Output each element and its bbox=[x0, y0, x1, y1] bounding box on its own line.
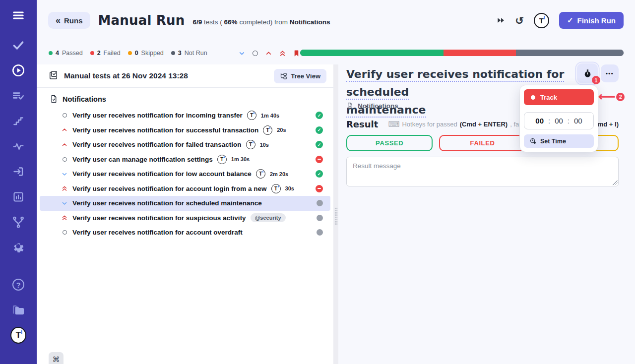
status-passed-icon: ✓ bbox=[316, 141, 323, 148]
hotkeys-hint: ⌨ Hotkeys for passed (Cmd + ENTER) , fai… bbox=[388, 121, 529, 128]
failed-dot-icon bbox=[90, 51, 94, 55]
legend-passed: 4Passed bbox=[49, 50, 83, 57]
legend-skipped: 0Skipped bbox=[128, 50, 164, 57]
priority-normal-icon bbox=[61, 113, 68, 118]
checklist-icon[interactable] bbox=[10, 88, 26, 103]
run-summary: 6/9 tests ( 66% completed) from Notifica… bbox=[193, 18, 330, 26]
progress-passed-segment bbox=[300, 50, 444, 56]
result-label: Result bbox=[346, 119, 378, 129]
tasks-check-icon[interactable] bbox=[10, 38, 26, 53]
page-title: Manual Run bbox=[98, 13, 185, 28]
chevron-down-icon[interactable] bbox=[239, 50, 245, 57]
steps-icon[interactable] bbox=[10, 114, 26, 128]
test-row[interactable]: Verify user receives notification for su… bbox=[40, 123, 330, 138]
test-row[interactable]: Verify user receives notification for su… bbox=[40, 211, 330, 226]
passed-button[interactable]: PASSED bbox=[346, 135, 433, 151]
automation-logo-icon: T bbox=[217, 155, 227, 164]
status-row: 4Passed 2Failed 0Skipped 3Not Run bbox=[49, 49, 624, 58]
analytics-icon[interactable] bbox=[10, 189, 26, 204]
help-icon[interactable]: ? bbox=[10, 277, 26, 292]
priority-urgent-icon bbox=[61, 214, 68, 221]
automation-logo-icon: T bbox=[247, 111, 256, 120]
settings-gear-icon[interactable] bbox=[10, 240, 26, 255]
automation-logo-icon: T bbox=[256, 169, 265, 179]
priority-high-icon bbox=[61, 127, 68, 133]
priority-low-icon bbox=[61, 171, 68, 177]
breadcrumb[interactable]: Notifications bbox=[346, 102, 398, 110]
projects-folder-icon[interactable] bbox=[10, 303, 26, 317]
priority-high-icon[interactable] bbox=[265, 50, 272, 57]
left-arrow-icon: ⟵ bbox=[598, 92, 615, 102]
more-options-button[interactable]: ••• bbox=[601, 64, 619, 82]
import-icon[interactable] bbox=[10, 164, 26, 179]
test-row[interactable]: Verify user receives notification for in… bbox=[40, 108, 330, 123]
progress-not-run-segment bbox=[516, 50, 624, 56]
check-icon: ✓ bbox=[567, 16, 573, 25]
test-row[interactable]: Verify user receives notification for fa… bbox=[40, 137, 330, 152]
status-passed-icon: ✓ bbox=[316, 126, 323, 134]
status-passed-icon: ✓ bbox=[316, 112, 323, 119]
test-list-panel: Manual tests at 26 Nov 2024 13:28 Tree V… bbox=[37, 64, 333, 364]
menu-icon[interactable] bbox=[10, 8, 26, 23]
fast-forward-icon[interactable] bbox=[497, 17, 505, 24]
priority-normal-icon[interactable] bbox=[253, 51, 258, 56]
automation-logo-icon: T bbox=[271, 184, 281, 193]
tree-view-icon bbox=[280, 72, 287, 80]
hotkeys-hint-tail: md + I) bbox=[596, 121, 619, 128]
run-checklist-icon bbox=[49, 70, 58, 82]
priority-urgent-icon[interactable] bbox=[279, 50, 286, 57]
minutes-field[interactable]: 00 bbox=[555, 117, 563, 125]
status-not-run-icon bbox=[317, 200, 323, 206]
priority-low-icon bbox=[61, 200, 68, 206]
hours-field[interactable]: 00 bbox=[535, 117, 544, 125]
failed-button[interactable]: FAILED bbox=[439, 135, 525, 151]
seconds-field[interactable]: 00 bbox=[574, 117, 582, 125]
back-label: Runs bbox=[64, 16, 83, 25]
suite-name: Notifications bbox=[290, 18, 330, 26]
test-row-selected[interactable]: Verify user receives notification for sc… bbox=[40, 196, 330, 211]
resize-handle-icon[interactable] bbox=[613, 181, 618, 185]
not-run-dot-icon bbox=[171, 51, 175, 55]
list-header: Manual tests at 26 Nov 2024 13:28 Tree V… bbox=[37, 64, 333, 88]
test-rows: Verify user receives notification for in… bbox=[37, 107, 333, 240]
app-logo-badge[interactable]: T bbox=[534, 13, 549, 28]
legend-failed: 2Failed bbox=[90, 50, 121, 57]
tree-view-button[interactable]: Tree View bbox=[274, 69, 326, 83]
command-icon: ⌘ bbox=[53, 355, 60, 364]
cmd-key-badge[interactable]: ⌘ bbox=[49, 352, 64, 364]
sidebar: ? T bbox=[0, 0, 37, 364]
test-row[interactable]: Verify user receives notification for lo… bbox=[40, 167, 330, 182]
suite-doc-icon bbox=[50, 95, 58, 103]
priority-filters bbox=[239, 50, 300, 57]
time-display[interactable]: 00 : 00 : 00 bbox=[524, 112, 594, 129]
priority-normal-icon bbox=[61, 230, 68, 235]
back-to-runs-button[interactable]: « Runs bbox=[48, 12, 90, 29]
pulse-icon[interactable] bbox=[10, 139, 26, 154]
suite-group[interactable]: Notifications bbox=[37, 88, 333, 107]
set-time-button[interactable]: Set Time bbox=[524, 134, 594, 148]
stopwatch-icon bbox=[583, 69, 592, 78]
header: « Runs Manual Run 6/9 tests ( 66% comple… bbox=[48, 10, 624, 31]
annotation-step-2: ⟵ 2 bbox=[598, 92, 625, 102]
timer-popup: Track 00 : 00 : 00 Set Time bbox=[520, 85, 598, 152]
test-row[interactable]: Verify user can manage notification sett… bbox=[40, 152, 330, 167]
bookmark-icon[interactable] bbox=[293, 50, 300, 57]
suite-doc-icon bbox=[346, 102, 354, 110]
test-row[interactable]: Verify user receives notification for ac… bbox=[40, 182, 330, 196]
test-row[interactable]: Verify user receives notification for ac… bbox=[40, 225, 330, 240]
panel-splitter[interactable] bbox=[333, 64, 338, 364]
record-dot-icon bbox=[531, 95, 535, 100]
branches-icon[interactable] bbox=[10, 215, 26, 230]
track-button[interactable]: Track bbox=[524, 89, 594, 105]
ellipsis-icon: ••• bbox=[606, 70, 614, 76]
result-message-input[interactable] bbox=[346, 157, 619, 186]
tag-badge[interactable]: @security bbox=[251, 213, 286, 222]
finish-run-button[interactable]: ✓ Finish Run bbox=[559, 12, 624, 29]
run-play-icon[interactable] bbox=[10, 63, 26, 78]
automation-logo-icon: T bbox=[263, 125, 272, 135]
status-failed-icon bbox=[316, 156, 323, 163]
app-logo[interactable]: T bbox=[10, 328, 26, 343]
clock-settings-icon bbox=[530, 138, 536, 144]
restart-timer-icon[interactable]: ↺ bbox=[515, 15, 524, 26]
back-chevrons-icon: « bbox=[56, 16, 61, 25]
